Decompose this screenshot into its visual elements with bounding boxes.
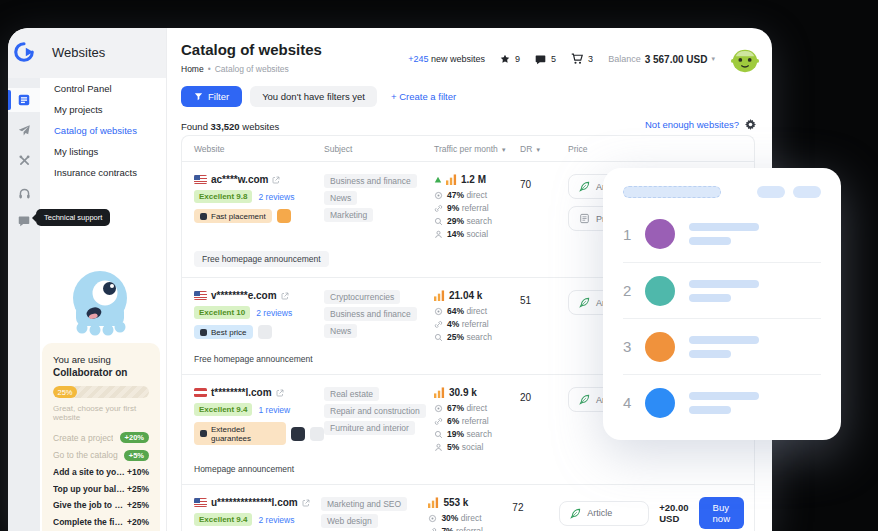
article-feather-icon [570, 508, 581, 519]
external-link-icon[interactable] [276, 389, 284, 397]
direct-icon [434, 307, 443, 316]
external-link-icon[interactable] [302, 499, 310, 507]
not-enough-link[interactable]: Not enough websites? [645, 119, 739, 130]
reviews-link[interactable]: 2 reviews [258, 192, 294, 202]
dr-cell: 72 [512, 497, 559, 531]
feature-badge: Fast placement [194, 209, 272, 223]
promo-line2: Collaborator on [53, 367, 149, 378]
referral-icon [434, 320, 443, 329]
external-link-icon[interactable] [272, 176, 280, 184]
traffic-value: 30.9 k [449, 387, 477, 398]
website-domain[interactable]: v********e.com [211, 290, 277, 301]
rating-badge: Excellent 9.4 [194, 403, 252, 416]
task-item: Top up your balance in ...+25% [53, 484, 149, 494]
feature-badge: Best price [194, 325, 253, 339]
search-icon [434, 217, 443, 226]
offer-type-button[interactable]: Article [559, 501, 649, 526]
feature-chip-icon[interactable] [310, 427, 324, 441]
dr-cell: 70 [520, 174, 568, 241]
external-link-icon[interactable] [281, 292, 289, 300]
badge-icon [200, 213, 207, 220]
sidebar-item-catalog-of-websites[interactable]: Catalog of websites [40, 120, 166, 141]
no-filters-pill: You don't have filters yet [250, 86, 377, 107]
column-subject: Subject [324, 144, 434, 154]
traffic-cell: 553 k 30% direct 7% referral 58% search … [428, 497, 512, 531]
reviews-link[interactable]: 1 review [258, 405, 290, 415]
traffic-cell: 1.2 M 47% direct 9% referral 29% search … [434, 174, 520, 241]
cart-counter[interactable]: 3 [571, 53, 593, 65]
control-panel-icon [17, 93, 31, 107]
dr-cell: 51 [520, 290, 568, 344]
referral-icon [434, 417, 443, 426]
buy-now-button[interactable]: Buy now [699, 497, 744, 529]
subject-tag: Furniture and interior [324, 421, 415, 435]
new-websites-counter[interactable]: +245 new websites [408, 54, 485, 64]
website-cell: t********l.com Excellent 9.4 1 reviewExt… [194, 387, 324, 454]
usage-progress-bar: 25% [53, 386, 149, 398]
offer-row: Article +20.00 USD Buy now [559, 497, 744, 529]
skeleton-pill [793, 186, 821, 198]
traffic-stat: 9% referral [434, 202, 520, 215]
feature-chip-icon[interactable] [277, 209, 291, 223]
feature-chip-icon[interactable] [291, 427, 305, 441]
sidebar-icon-rail [8, 78, 40, 531]
rail-item-listings[interactable] [8, 148, 40, 172]
search-icon [434, 333, 443, 342]
table-header-row: Website Subject Traffic per month▼ DR▼ P… [182, 136, 754, 162]
website-cell: ac****w.com Excellent 9.8 2 reviewsFast … [194, 174, 324, 241]
chat-bubble-icon [18, 215, 30, 227]
balance-dropdown[interactable]: Balance 3 567.00 USD ▾ [608, 54, 715, 65]
trend-up-icon [434, 176, 442, 184]
sidebar-item-my-projects[interactable]: My projects [40, 99, 166, 120]
rail-item-control-panel[interactable] [8, 88, 40, 112]
task-bonus-badge: +20% [127, 517, 149, 527]
direct-icon [428, 514, 437, 523]
subject-tag: Business and finance [324, 174, 417, 188]
sidebar-item-insurance-contracts[interactable]: Insurance contracts [40, 162, 166, 183]
reviews-link[interactable]: 2 reviews [256, 308, 292, 318]
skeleton-pill [757, 186, 785, 198]
header-right-cluster: +245 new websites 9 5 3 Balance 3 567.00… [408, 44, 760, 74]
usage-promo-card: You are using Collaborator on 25% Great,… [42, 343, 160, 531]
create-filter-link[interactable]: + Create a filter [391, 91, 456, 102]
sidebar-title: Websites [52, 45, 105, 60]
breadcrumb-home[interactable]: Home [181, 64, 204, 74]
sort-icon: ▼ [535, 147, 541, 153]
subject-tag: Repair and construction [324, 404, 426, 418]
step-number: 3 [623, 338, 645, 355]
gear-icon[interactable] [745, 119, 756, 130]
messages-counter[interactable]: 5 [535, 54, 556, 65]
table-row: u**************l.com Excellent 9.4 2 rev… [182, 485, 754, 531]
website-domain[interactable]: t********l.com [211, 387, 272, 398]
website-domain[interactable]: ac****w.com [211, 174, 268, 185]
avatar[interactable] [730, 44, 760, 74]
article-feather-icon [579, 297, 590, 308]
badge-icon [200, 430, 207, 437]
column-traffic[interactable]: Traffic per month▼ [434, 144, 520, 154]
subject-tag: Marketing and SEO [321, 497, 407, 511]
column-dr[interactable]: DR▼ [520, 144, 568, 154]
country-flag-icon [194, 388, 207, 397]
breadcrumb: Home•Catalog of websites [181, 64, 289, 74]
filter-toolbar: Filter You don't have filters yet + Crea… [181, 86, 456, 107]
website-domain[interactable]: u**************l.com [211, 497, 298, 508]
favorites-counter[interactable]: 9 [500, 54, 520, 64]
reviews-link[interactable]: 2 reviews [258, 515, 294, 525]
sidebar-item-control-panel[interactable]: Control Panel [40, 78, 166, 99]
skeleton-pill [623, 186, 721, 198]
subject-tag: News [324, 191, 357, 205]
step-avatar-placeholder [645, 388, 675, 418]
sidebar-item-my-listings[interactable]: My listings [40, 141, 166, 162]
subject-cell: Business and financeNewsMarketing [324, 174, 434, 241]
subject-tag: News [324, 324, 357, 338]
feature-chip-icon[interactable] [258, 325, 272, 339]
rail-item-projects[interactable] [8, 118, 40, 142]
step-avatar-placeholder [645, 219, 675, 249]
filter-button[interactable]: Filter [181, 86, 242, 107]
task-item: Go to the catalog+5% [53, 450, 149, 461]
traffic-value: 21.04 k [449, 290, 482, 301]
feature-badge: Extended guarantees [194, 422, 286, 445]
rail-item-support[interactable] [8, 181, 40, 205]
skeleton-bars [689, 223, 759, 245]
dr-value: 72 [512, 501, 523, 513]
